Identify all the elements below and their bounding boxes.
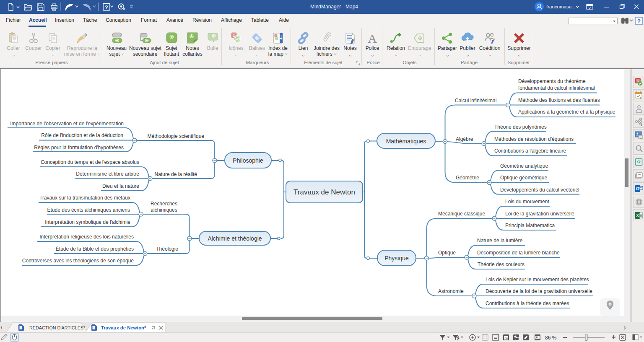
svg-text:Mécanique classique: Mécanique classique [438,211,485,217]
svg-text:Physique: Physique [384,255,409,262]
svg-text:Travaux de Newton: Travaux de Newton [293,188,355,196]
svg-text:Étude de la Bible et des proph: Étude de la Bible et des prophéties [56,246,134,252]
svg-text:Loi de la gravitation universe: Loi de la gravitation universelle [505,211,574,217]
svg-text:Méthodes de résolution d'équat: Méthodes de résolution d'équations [494,136,574,142]
svg-text:Recherches: Recherches [151,201,177,207]
svg-text:Méthodologie scientifique: Méthodologie scientifique [148,133,205,139]
svg-text:Règles pour la formulation d'h: Règles pour la formulation d'hypothèses [34,145,124,150]
svg-text:Déterminisme et libre arbitre: Déterminisme et libre arbitre [76,171,139,177]
svg-text:Théorie des polynômes: Théorie des polynômes [494,124,547,130]
svg-text:Contributions à l'algèbre liné: Contributions à l'algèbre linéaire [494,148,566,154]
svg-text:Controverses avec les théologi: Controverses avec les théologiens de son… [22,258,134,264]
svg-text:Principia Mathematica: Principia Mathematica [505,223,555,228]
svg-text:O: O [636,187,639,191]
svg-text:Nature de la lumière: Nature de la lumière [477,238,522,244]
svg-text:Astronomie: Astronomie [438,288,464,294]
svg-text:Développements du théorème: Développements du théorème [518,78,586,84]
svg-text:Mathématiques: Mathématiques [386,138,426,145]
svg-text:Algèbre: Algèbre [456,136,473,142]
svg-text:86 %: 86 % [545,335,557,341]
svg-text:Méthode des fluxions et des fl: Méthode des fluxions et des fluantes [518,97,600,103]
svg-text:Lois de Kepler sur le mouvemen: Lois de Kepler sur le mouvement des plan… [486,277,589,282]
svg-text:A: A [368,31,377,45]
svg-text:alchimiques: alchimiques [151,207,177,213]
svg-text:Travaux de Newton*: Travaux de Newton* [101,325,146,330]
svg-text:Contributions à la théorie des: Contributions à la théorie des marées [486,301,569,306]
svg-text:Philosophie: Philosophie [233,157,263,164]
svg-text:Géométrie: Géométrie [456,175,479,181]
svg-text:Décomposition de la lumière bl: Décomposition de la lumière blanche [477,250,560,256]
svg-text:Dieu et la nature: Dieu et la nature [102,183,139,189]
svg-text:X: X [636,213,639,218]
svg-text:Géométrie analytique: Géométrie analytique [500,163,548,169]
svg-text:Alchimie et théologie: Alchimie et théologie [208,235,262,242]
svg-text:Calcul infinitésimal: Calcul infinitésimal [455,98,496,104]
svg-text:Rôle de l'induction et de la d: Rôle de l'induction et de la déduction [41,132,123,138]
svg-text:Étude des écrits alchimiques a: Étude des écrits alchimiques anciens [47,207,130,213]
svg-text:Lois du mouvement: Lois du mouvement [505,199,549,205]
svg-text:Théorie des couleurs: Théorie des couleurs [478,262,525,267]
svg-text:Conception du temps et de l'es: Conception du temps et de l'espace absol… [41,159,139,165]
svg-text:Nature de la réalité: Nature de la réalité [155,171,197,177]
svg-text:fondamental du calcul infinité: fondamental du calcul infinitésimal [518,85,595,91]
svg-text:REDACTION D'ARTICLES*: REDACTION D'ARTICLES* [29,325,86,330]
svg-text:Optique géométrique: Optique géométrique [500,175,547,181]
svg-text:Optique: Optique [438,250,456,256]
svg-text:Importance de l'observation et: Importance de l'observation et de l'expé… [10,121,124,127]
svg-text:Développements du calcul vecto: Développements du calcul vectoriel [500,187,579,193]
svg-text:24: 24 [504,337,508,339]
svg-text:Travaux sur la transmutation d: Travaux sur la transmutation des métaux [39,195,130,201]
svg-text:Applications à la géométrie et: Applications à la géométrie et à la phys… [518,109,615,115]
svg-text:Découverte de la loi de la gra: Découverte de la loi de la gravitation u… [486,288,592,294]
svg-text:Théologie: Théologie [156,246,178,252]
svg-text:Interprétation religieuse des: Interprétation religieuse des lois natur… [39,234,134,240]
svg-text:?: ? [637,18,641,24]
svg-text:Interprétation symbolique de l: Interprétation symbolique de l'alchimie [45,219,130,225]
